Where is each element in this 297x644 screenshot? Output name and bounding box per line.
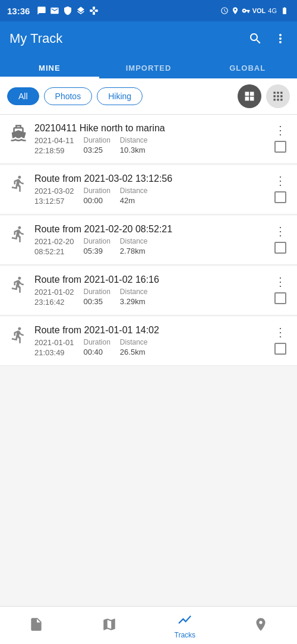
duration-value: 00:00 [84, 196, 110, 205]
track-time: 13:12:57 [34, 197, 74, 206]
track-name: Route from 2021-01-02 16:16 [34, 274, 267, 285]
status-time: 13:36 [7, 6, 30, 16]
track-more-button[interactable]: ⋮ [273, 276, 287, 288]
signal-bars: 4G [268, 7, 277, 14]
track-info: Route from 2021-03-02 13:12:56 2021-03-0… [34, 173, 267, 206]
duration-label: Duration [84, 237, 110, 245]
track-time: 21:03:49 [34, 348, 74, 357]
track-datetime: 2021-04-11 22:18:59 [34, 136, 74, 155]
track-time: 22:18:59 [34, 146, 74, 155]
app-title: My Track [10, 31, 62, 46]
track-checkbox[interactable] [274, 191, 286, 203]
filter-photos-button[interactable]: Photos [44, 87, 93, 105]
grid-dots-icon [272, 90, 284, 102]
status-bar-left: 13:36 [7, 6, 99, 16]
track-item[interactable]: Route from 2021-01-01 14:02 2021-01-01 2… [0, 317, 297, 366]
track-item[interactable]: 20210411 Hike north to marina 2021-04-11… [0, 115, 297, 164]
track-name: 20210411 Hike north to marina [34, 123, 267, 134]
track-item[interactable]: Route from 2021-02-20 08:52:21 2021-02-2… [0, 216, 297, 265]
more-options-button[interactable] [273, 31, 287, 46]
track-time: 23:16:42 [34, 298, 74, 307]
track-distance: Distance 10.3km [120, 136, 148, 155]
track-date: 2021-03-02 [34, 187, 74, 195]
tab-global[interactable]: GLOBAL [198, 56, 297, 78]
duration-value: 00:35 [84, 297, 110, 306]
track-meta-row: 2021-04-11 22:18:59 Duration 03:25 Dista… [34, 136, 267, 155]
track-more-button[interactable]: ⋮ [273, 225, 287, 237]
distance-value: 2.78km [120, 247, 148, 255]
nav-notes[interactable] [19, 612, 53, 639]
status-bar-right: VOL 4G [220, 7, 290, 15]
grid-view-button[interactable] [238, 84, 261, 108]
duration-label: Duration [84, 338, 110, 346]
tab-imported[interactable]: IMPORTED [99, 56, 198, 78]
duration-value: 05:39 [84, 247, 110, 255]
nav-tracks[interactable]: Tracks [165, 607, 206, 644]
track-more-button[interactable]: ⋮ [273, 175, 287, 187]
walk2-icon [8, 276, 29, 293]
duration-label: Duration [84, 288, 110, 296]
status-bar: 13:36 VOL 4G [0, 0, 297, 21]
track-actions: ⋮ [273, 326, 287, 355]
gamepad-icon [89, 6, 99, 15]
track-datetime: 2021-01-01 21:03:49 [34, 338, 74, 357]
distance-label: Distance [120, 237, 148, 245]
location-pin-icon [231, 7, 239, 15]
nav-location[interactable] [244, 612, 278, 639]
filter-bar: All Photos Hiking [0, 78, 297, 115]
nav-map[interactable] [92, 612, 127, 639]
distance-value: 42m [120, 196, 148, 205]
search-button[interactable] [248, 31, 263, 46]
track-more-button[interactable]: ⋮ [273, 326, 287, 338]
track-date: 2021-01-02 [34, 288, 74, 296]
track-duration: Duration 00:40 [84, 338, 110, 357]
track-checkbox[interactable] [274, 242, 286, 254]
walk-icon [8, 175, 29, 192]
track-date: 2021-02-20 [34, 237, 74, 246]
track-date: 2021-01-01 [34, 338, 74, 347]
shield-icon [63, 6, 72, 15]
message-icon [37, 6, 46, 15]
track-checkbox[interactable] [274, 141, 286, 153]
track-name: Route from 2021-02-20 08:52:21 [34, 224, 267, 235]
track-name: Route from 2021-03-02 13:12:56 [34, 173, 267, 184]
filter-hiking-button[interactable]: Hiking [97, 87, 143, 105]
distance-label: Distance [120, 338, 148, 346]
track-distance: Distance 2.78km [120, 237, 148, 256]
track-meta-row: 2021-01-01 21:03:49 Duration 00:40 Dista… [34, 338, 267, 357]
nav-tracks-label: Tracks [175, 631, 196, 639]
map-icon [102, 617, 117, 634]
filter-all-button[interactable]: All [7, 87, 39, 105]
alarm-icon [220, 7, 229, 15]
tab-mine[interactable]: MINE [0, 56, 99, 78]
duration-label: Duration [84, 187, 110, 195]
list-view-button[interactable] [266, 84, 290, 108]
track-datetime: 2021-03-02 13:12:57 [34, 187, 74, 206]
track-info: Route from 2021-01-02 16:16 2021-01-02 2… [34, 274, 267, 307]
track-item[interactable]: Route from 2021-01-02 16:16 2021-01-02 2… [0, 266, 297, 315]
track-info: 20210411 Hike north to marina 2021-04-11… [34, 123, 267, 155]
track-checkbox[interactable] [274, 292, 286, 304]
track-distance: Distance 42m [120, 187, 148, 206]
track-meta-row: 2021-01-02 23:16:42 Duration 00:35 Dista… [34, 288, 267, 307]
track-checkbox[interactable] [274, 343, 286, 355]
track-meta-row: 2021-03-02 13:12:57 Duration 00:00 Dista… [34, 187, 267, 206]
track-duration: Duration 00:35 [84, 288, 110, 307]
track-info: Route from 2021-01-01 14:02 2021-01-01 2… [34, 325, 267, 357]
track-actions: ⋮ [273, 225, 287, 254]
duration-label: Duration [84, 136, 110, 144]
mail-icon [50, 6, 59, 15]
distance-label: Distance [120, 288, 148, 296]
track-datetime: 2021-02-20 08:52:21 [34, 237, 74, 256]
track-datetime: 2021-01-02 23:16:42 [34, 288, 74, 307]
track-more-button[interactable]: ⋮ [273, 124, 287, 136]
track-info: Route from 2021-02-20 08:52:21 2021-02-2… [34, 224, 267, 256]
track-time: 08:52:21 [34, 247, 74, 256]
bottom-nav: Tracks [0, 606, 297, 644]
duration-value: 00:40 [84, 348, 110, 356]
track-actions: ⋮ [273, 276, 287, 304]
track-item[interactable]: Route from 2021-03-02 13:12:56 2021-03-0… [0, 165, 297, 214]
more-vertical-icon [273, 31, 287, 46]
boat-icon [8, 124, 29, 142]
layers-icon [76, 6, 86, 15]
